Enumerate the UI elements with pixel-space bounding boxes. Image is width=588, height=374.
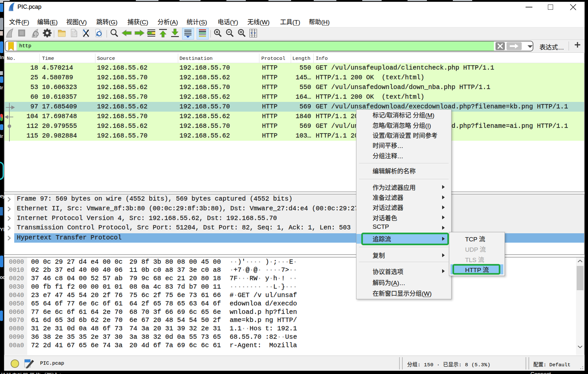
svg-text:0111: 0111 — [72, 35, 77, 37]
